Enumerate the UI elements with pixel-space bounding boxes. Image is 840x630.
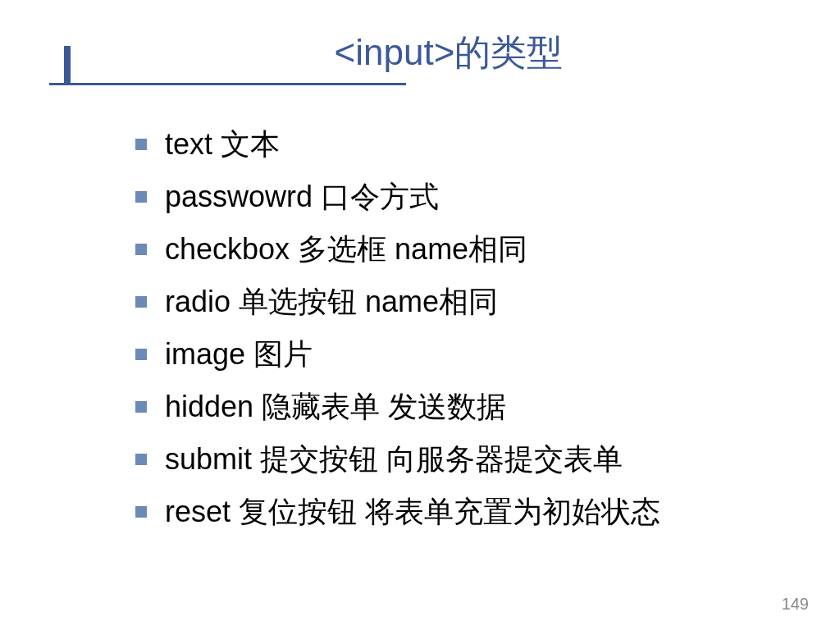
- bullet-list: text 文本 passwowrd 口令方式 checkbox 多选框 name…: [135, 122, 791, 534]
- slide: <input>的类型 text 文本 passwowrd 口令方式 checkb…: [0, 0, 840, 630]
- item-text: passwowrd 口令方式: [165, 175, 439, 219]
- item-text: reset 复位按钮 将表单充置为初始状态: [165, 490, 660, 534]
- page-number: 149: [782, 595, 809, 614]
- item-text: image 图片: [165, 332, 313, 377]
- list-item: submit 提交按钮 向服务器提交表单: [135, 437, 791, 482]
- bullet-icon: [135, 349, 147, 360]
- bullet-icon: [135, 139, 147, 150]
- item-text: checkbox 多选框 name相同: [165, 227, 527, 272]
- bullet-icon: [135, 244, 147, 255]
- item-text: radio 单选按钮 name相同: [165, 280, 498, 324]
- list-item: text 文本: [135, 122, 791, 167]
- bullet-icon: [135, 296, 147, 308]
- list-item: reset 复位按钮 将表单充置为初始状态: [135, 490, 791, 534]
- content-area: text 文本 passwowrd 口令方式 checkbox 多选框 name…: [49, 122, 791, 534]
- title-accent-bar: [64, 46, 71, 85]
- title-underline: [49, 83, 406, 85]
- list-item: image 图片: [135, 332, 791, 377]
- bullet-icon: [135, 401, 147, 413]
- list-item: radio 单选按钮 name相同: [135, 280, 791, 324]
- bullet-icon: [135, 191, 147, 203]
- item-text: submit 提交按钮 向服务器提交表单: [165, 437, 623, 482]
- title-section: <input>的类型: [49, 29, 791, 77]
- item-text: text 文本: [165, 122, 280, 167]
- bullet-icon: [135, 454, 147, 465]
- item-text: hidden 隐藏表单 发送数据: [165, 385, 506, 429]
- list-item: hidden 隐藏表单 发送数据: [135, 385, 791, 429]
- bullet-icon: [135, 506, 147, 518]
- list-item: checkbox 多选框 name相同: [135, 227, 791, 272]
- slide-title: <input>的类型: [107, 29, 791, 77]
- list-item: passwowrd 口令方式: [135, 175, 791, 219]
